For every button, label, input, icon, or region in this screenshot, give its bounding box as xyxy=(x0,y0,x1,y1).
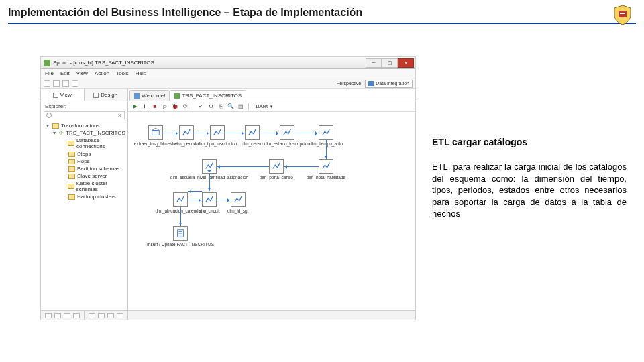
clear-search-icon[interactable]: ✕ xyxy=(117,113,122,119)
statusbar-button[interactable] xyxy=(107,313,114,318)
perspective-selector[interactable]: Data Integration xyxy=(365,80,413,88)
canvas-toolbar: ▶ ⏸ ■ ▷ 🐞 ⟳ ✔ ⚙ ⎘ 🔍 ▤ 100% ▾ xyxy=(128,101,415,112)
etl-node-lookup[interactable] xyxy=(173,192,188,207)
perspective-value: Data Integration xyxy=(376,81,409,86)
folder-icon xyxy=(68,141,74,146)
tree-root-label: Transformations xyxy=(61,123,100,129)
statusbar-button[interactable] xyxy=(45,313,52,318)
folder-icon xyxy=(68,184,74,189)
node-label: dim_nota_habilitada xyxy=(307,175,345,180)
etl-node-output[interactable] xyxy=(173,226,188,241)
check-button[interactable]: ✔ xyxy=(197,103,205,111)
main-toolbar: Perspective: Data Integration xyxy=(41,78,415,89)
minimize-button[interactable]: ─ xyxy=(366,58,382,68)
perspective-label: Perspective: xyxy=(337,81,363,86)
explore-button[interactable]: 🔍 xyxy=(227,103,235,111)
explorer-label: Explorer: xyxy=(41,101,127,111)
menu-tools[interactable]: Tools xyxy=(116,70,129,76)
etl-node-lookup[interactable] xyxy=(231,192,246,207)
tree-main[interactable]: ▾⟳TRS_FACT_INSCRITOS xyxy=(42,129,126,137)
node-label: Insert / Update FACT_INSCRITOS xyxy=(147,242,214,247)
zoom-level[interactable]: 100% xyxy=(255,103,268,109)
replay-button[interactable]: ⟳ xyxy=(181,103,189,111)
tree-item-5[interactable]: Kettle cluster schemas xyxy=(42,180,126,193)
menu-bar: File Edit View Action Tools Help xyxy=(41,69,415,78)
tree-item-6[interactable]: Hadoop clusters xyxy=(42,193,126,200)
editor-tabs: Welcome! TRS_FACT_INSCRITOS xyxy=(128,89,415,101)
maximize-button[interactable]: ▢ xyxy=(382,58,398,68)
tree-item-label: Steps xyxy=(77,151,91,157)
etl-node-lookup[interactable] xyxy=(245,125,260,140)
statusbar-button[interactable] xyxy=(54,313,61,318)
etl-node-input[interactable] xyxy=(148,125,163,140)
tab-transformation[interactable]: TRS_FACT_INSCRITOS xyxy=(170,90,246,101)
folder-icon xyxy=(68,174,75,179)
search-icon xyxy=(46,113,52,118)
explorer-tree: ▾Transformations ▾⟳TRS_FACT_INSCRITOS Da… xyxy=(41,122,127,310)
tab-view[interactable]: View xyxy=(41,89,85,101)
toolbar-open-icon[interactable] xyxy=(53,80,60,87)
toolbar-save-icon[interactable] xyxy=(62,80,69,87)
etl-node-lookup[interactable] xyxy=(319,159,333,174)
tab-welcome-label: Welcome! xyxy=(142,93,165,99)
tab-view-label: View xyxy=(60,92,72,98)
tab-transformation-label: TRS_FACT_INSCRITOS xyxy=(182,93,241,99)
etl-node-lookup[interactable] xyxy=(269,159,284,174)
menu-action[interactable]: Action xyxy=(95,70,109,76)
status-bar xyxy=(41,310,415,320)
left-panel: View Design Explorer: ✕ ▾Transformations… xyxy=(41,89,128,310)
preview-button[interactable]: ▷ xyxy=(161,103,169,111)
welcome-icon xyxy=(134,93,140,99)
menu-view[interactable]: View xyxy=(76,70,88,76)
statusbar-button[interactable] xyxy=(64,313,70,318)
tree-root[interactable]: ▾Transformations xyxy=(42,122,126,129)
editor-panel: Welcome! TRS_FACT_INSCRITOS ▶ ⏸ ■ ▷ 🐞 ⟳ … xyxy=(128,89,415,310)
tree-item-label: Database connections xyxy=(76,137,126,149)
toolbar-saveas-icon[interactable] xyxy=(72,80,78,87)
folder-icon xyxy=(52,123,59,129)
statusbar-button[interactable] xyxy=(98,313,105,318)
etl-node-lookup[interactable] xyxy=(179,125,194,140)
menu-help[interactable]: Help xyxy=(136,70,146,76)
description-body: ETL, para realizar la carga inicial de l… xyxy=(432,161,627,220)
node-label: dim_id_sgr xyxy=(227,208,249,213)
sql-button[interactable]: ⎘ xyxy=(217,103,225,111)
statusbar-button[interactable] xyxy=(73,313,80,318)
folder-icon xyxy=(68,194,75,200)
window-title: Spoon - [cms_bi] TRS_FACT_INSCRITOS xyxy=(53,60,366,66)
node-label: dim_circuit xyxy=(199,208,219,213)
pause-button[interactable]: ⏸ xyxy=(141,103,149,111)
tab-welcome[interactable]: Welcome! xyxy=(129,90,170,101)
tree-item-0[interactable]: Database connections xyxy=(42,137,126,150)
search-input[interactable]: ✕ xyxy=(44,111,125,119)
show-results-button[interactable]: ▤ xyxy=(237,103,245,111)
tab-design[interactable]: Design xyxy=(85,89,128,101)
tree-main-label: TRS_FACT_INSCRITOS xyxy=(66,130,125,136)
tree-item-3[interactable]: Partition schemas xyxy=(42,165,126,172)
tree-item-1[interactable]: Steps xyxy=(42,150,126,158)
etl-node-lookup[interactable] xyxy=(319,125,333,140)
tab-design-label: Design xyxy=(101,92,117,98)
menu-file[interactable]: File xyxy=(45,70,54,76)
menu-edit[interactable]: Edit xyxy=(60,70,70,76)
node-label: dim_censo xyxy=(241,141,262,146)
stop-button[interactable]: ■ xyxy=(151,103,159,111)
tree-item-4[interactable]: Slave server xyxy=(42,172,126,180)
etl-canvas[interactable]: extraer_insg_bimestre dim_periodo dim_ti… xyxy=(128,112,415,310)
close-button[interactable]: ✕ xyxy=(398,58,414,68)
statusbar-button[interactable] xyxy=(89,313,95,318)
node-label: dim_porta_censo xyxy=(260,175,293,180)
run-button[interactable]: ▶ xyxy=(131,103,139,111)
transformation-icon xyxy=(174,93,180,99)
node-label: dim_estado_inscripcion xyxy=(264,141,310,146)
statusbar-button[interactable] xyxy=(117,313,123,318)
impact-button[interactable]: ⚙ xyxy=(207,103,215,111)
folder-icon xyxy=(68,159,75,164)
etl-node-lookup[interactable] xyxy=(202,192,217,207)
etl-node-lookup[interactable] xyxy=(210,125,225,140)
debug-button[interactable]: 🐞 xyxy=(171,103,179,111)
tree-item-2[interactable]: Hops xyxy=(42,158,126,165)
toolbar-new-icon[interactable] xyxy=(44,80,50,87)
tree-item-label: Kettle cluster schemas xyxy=(76,180,126,192)
etl-node-lookup[interactable] xyxy=(280,125,294,140)
